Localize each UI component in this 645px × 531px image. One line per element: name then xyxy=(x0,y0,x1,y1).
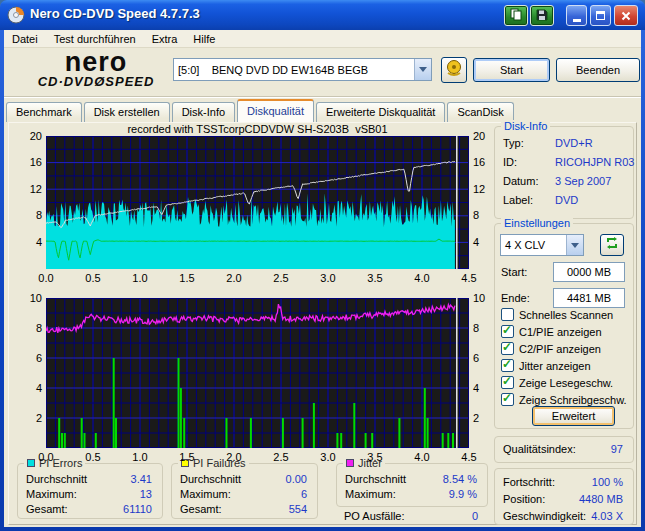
jitter-avg-value: 8.54 % xyxy=(443,473,477,485)
checkbox-jitter[interactable]: ✓ xyxy=(501,359,514,372)
x-tick-label: 1.0 xyxy=(126,451,154,463)
y-tick-label: 16 xyxy=(473,156,499,168)
checkbox-c2-pif[interactable]: ✓ xyxy=(501,342,514,355)
x-tick-label: 4.5 xyxy=(455,272,483,284)
refresh-button[interactable] xyxy=(600,234,624,256)
jitter-max-label: Maximum: xyxy=(345,488,396,500)
pi-failures-stats-box: PI Failures Durchschnitt 0.00 Maximum: 6… xyxy=(171,463,318,519)
y-tick-label: 10 xyxy=(473,292,499,304)
pi-errors-stats-box: PI Errors Durchschnitt 3.41 Maximum: 13 … xyxy=(17,463,163,519)
checkbox-c1-pie[interactable]: ✓ xyxy=(501,325,514,338)
checkbox-lesegeschw-label: Zeige Lesegeschw. xyxy=(519,377,613,389)
po-failures-label: PO Ausfälle: xyxy=(344,510,405,522)
tab-bar: Benchmark Disk erstellen Disk-Info Diskq… xyxy=(6,100,516,122)
nero-logo: nero CD·DVDØSPEED xyxy=(16,50,176,89)
start-button-label: Start xyxy=(500,64,523,76)
position-value: 4480 MB xyxy=(579,493,623,505)
x-tick-label: 3.0 xyxy=(314,451,342,463)
checkbox-schreibgeschw-label: Zeige Schreibgeschw. xyxy=(519,394,627,406)
y-tick-label: 6 xyxy=(473,352,499,364)
tab-erweiterte-diskqualitaet[interactable]: Erweiterte Diskqualität xyxy=(316,102,445,122)
quit-button[interactable]: Beenden xyxy=(556,58,640,82)
jitter-avg-label: Durchschnitt xyxy=(345,473,406,485)
y-tick-label: 20 xyxy=(473,130,499,142)
refresh-icon xyxy=(605,236,619,254)
header-separator xyxy=(4,96,641,98)
disk-date-value: 3 Sep 2007 xyxy=(555,175,611,187)
drive-select-dropdown-button[interactable] xyxy=(414,59,431,80)
copy-to-clipboard-button[interactable] xyxy=(504,5,528,26)
y-tick-label: 2 xyxy=(16,412,42,424)
pi-errors-avg-label: Durchschnitt xyxy=(26,473,87,485)
advanced-button[interactable]: Erweitert xyxy=(532,406,615,426)
scan-start-label: Start: xyxy=(501,266,527,278)
quality-index-value: 97 xyxy=(611,443,623,455)
tab-disk-info[interactable]: Disk-Info xyxy=(172,102,235,122)
y-tick-label: 4 xyxy=(473,236,499,248)
x-tick-label: 3.0 xyxy=(314,272,342,284)
jitter-stats-box: Jitter Durchschnitt 8.54 % Maximum: 9.9 … xyxy=(336,463,488,507)
pi-errors-chart xyxy=(46,136,469,269)
check-icon: ✓ xyxy=(502,357,512,371)
checkbox-lesegeschw[interactable]: ✓ xyxy=(501,376,514,389)
tab-diskqualitaet[interactable]: Diskqualität xyxy=(237,99,314,122)
scan-speed-dropdown-button[interactable] xyxy=(566,235,583,255)
menu-extra[interactable]: Extra xyxy=(144,32,186,46)
disk-type-label: Typ: xyxy=(503,137,524,149)
quit-button-label: Beenden xyxy=(576,64,620,76)
x-tick-label: 2.0 xyxy=(220,451,248,463)
maximize-button[interactable] xyxy=(590,5,611,26)
pi-errors-total-value: 61110 xyxy=(123,503,152,515)
start-button[interactable]: Start xyxy=(473,58,550,82)
pi-failures-jitter-chart xyxy=(46,298,469,448)
disk-type-value: DVD+R xyxy=(555,137,593,149)
close-icon xyxy=(621,7,631,25)
eject-button[interactable] xyxy=(441,57,467,83)
pi-errors-max-label: Maximum: xyxy=(26,488,77,500)
x-tick-label: 3.5 xyxy=(361,272,389,284)
pi-errors-max-value: 13 xyxy=(140,488,152,500)
disk-label-value: DVD xyxy=(555,194,578,206)
jitter-max-value: 9.9 % xyxy=(449,488,477,500)
menu-datei[interactable]: Datei xyxy=(4,32,46,46)
scan-start-field[interactable]: 0000 MB xyxy=(553,262,625,282)
disk-id-label: ID: xyxy=(503,156,517,168)
title-bar: Nero CD-DVD Speed 4.7.7.3 xyxy=(0,0,645,30)
checkbox-schnelles-scannen[interactable]: ✓ xyxy=(501,308,514,321)
x-tick-label: 0.5 xyxy=(79,451,107,463)
minimize-icon xyxy=(573,19,581,22)
y-tick-label: 20 xyxy=(16,130,42,142)
nero-logo-text: nero xyxy=(16,50,176,74)
cddvd-speed-logo-text: CD·DVDØSPEED xyxy=(16,74,176,89)
pi-failures-max-label: Maximum: xyxy=(180,488,231,500)
settings-group: Einstellungen 4 X CLV Start xyxy=(494,223,634,429)
minimize-button[interactable] xyxy=(566,5,587,26)
pi-errors-avg-value: 3.41 xyxy=(131,473,152,485)
checkbox-schreibgeschw[interactable]: ✓ xyxy=(501,393,514,406)
scan-speed-value: 4 X CLV xyxy=(501,239,566,251)
scan-speed-select[interactable]: 4 X CLV xyxy=(500,234,584,256)
eject-disc-icon xyxy=(445,59,463,81)
tab-disk-erstellen[interactable]: Disk erstellen xyxy=(84,102,170,122)
pi-failures-avg-label: Durchschnitt xyxy=(180,473,241,485)
drive-select[interactable]: [5:0] BENQ DVD DD EW164B BEGB xyxy=(173,58,432,81)
tab-benchmark[interactable]: Benchmark xyxy=(6,102,82,122)
disk-id-value: RICOHJPN R03 xyxy=(555,156,634,168)
chart-header: recorded with TSSTcorpCDDVDW SH-S203B vS… xyxy=(46,123,469,135)
pi-failures-total-value: 554 xyxy=(289,503,307,515)
x-tick-label: 2.5 xyxy=(267,272,295,284)
x-tick-label: 0.5 xyxy=(79,272,107,284)
save-button[interactable] xyxy=(530,5,554,26)
tab-scandisk[interactable]: ScanDisk xyxy=(447,102,513,122)
chevron-down-icon xyxy=(571,243,579,248)
menu-hilfe[interactable]: Hilfe xyxy=(185,32,223,46)
menu-test-durchfuehren[interactable]: Test durchführen xyxy=(46,32,144,46)
save-icon xyxy=(536,7,548,25)
disk-label-label: Label: xyxy=(503,194,533,206)
close-button[interactable] xyxy=(614,5,638,26)
scan-end-field[interactable]: 4481 MB xyxy=(553,288,625,308)
window-title: Nero CD-DVD Speed 4.7.7.3 xyxy=(30,6,200,21)
disk-info-group: Disk-Info Typ: DVD+R ID: RICOHJPN R03 Da… xyxy=(494,126,634,219)
quality-index-label: Qualitätsindex: xyxy=(503,443,576,455)
y-tick-label: 8 xyxy=(473,209,499,221)
